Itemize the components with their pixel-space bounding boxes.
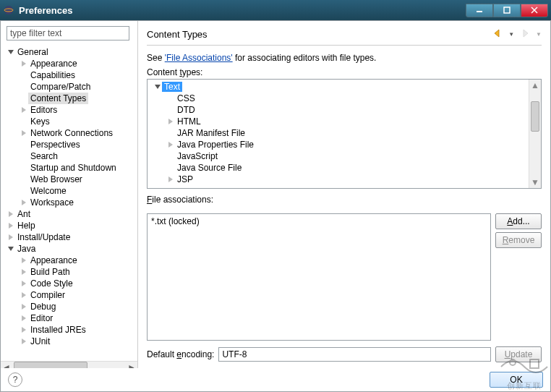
preference-tree-item[interactable]: Startup and Shutdown [7, 162, 136, 174]
content-type-item[interactable]: JavaScript [150, 150, 539, 162]
preference-tree-item-label: Startup and Shutdown [28, 162, 119, 174]
preference-tree-item[interactable]: Perspectives [7, 139, 136, 150]
collapse-icon[interactable] [7, 48, 15, 56]
preference-tree-item[interactable]: Ant [7, 208, 136, 220]
scroll-right-icon[interactable]: ► [126, 362, 137, 368]
preference-tree-item[interactable]: Install/Update [7, 231, 136, 243]
preference-tree-item[interactable]: Capabilities [7, 69, 136, 81]
content-types-tree[interactable]: TextCSSDTDHTMLJAR Manifest FileJava Prop… [147, 79, 542, 189]
expand-icon[interactable] [20, 291, 28, 299]
expand-icon[interactable] [20, 314, 28, 323]
content-type-item[interactable]: JSP [150, 174, 539, 185]
forward-dropdown-icon[interactable]: ▼ [536, 31, 542, 38]
content-type-item[interactable]: JAR Manifest File [150, 127, 539, 139]
preference-tree-item[interactable]: Code Style [7, 278, 136, 289]
preference-tree-item-label: Search [28, 150, 60, 162]
expand-icon[interactable] [20, 279, 28, 288]
expand-icon[interactable] [20, 129, 28, 137]
expand-icon[interactable] [20, 256, 28, 265]
expand-icon[interactable] [20, 198, 28, 207]
preference-tree-item[interactable]: Editor [7, 312, 136, 324]
forward-icon[interactable] [520, 28, 530, 41]
expand-icon[interactable] [20, 268, 28, 276]
filter-input[interactable] [7, 26, 129, 41]
hint-suffix: for associating editors with file types. [233, 53, 377, 63]
expand-icon[interactable] [20, 302, 28, 311]
content-type-item[interactable]: DTD [150, 104, 539, 116]
preference-tree-item-label: Compare/Patch [28, 81, 93, 93]
expand-icon[interactable] [7, 210, 15, 218]
preference-tree-item[interactable]: Keys [7, 116, 136, 127]
content-type-item[interactable]: CSS [150, 93, 539, 104]
window-buttons [466, 4, 548, 17]
window-close-button[interactable] [521, 4, 548, 17]
preference-tree-item[interactable]: Java [7, 243, 136, 255]
preference-tree-item[interactable]: Compare/Patch [7, 81, 136, 93]
help-icon[interactable]: ? [8, 372, 22, 387]
encoding-input[interactable] [218, 347, 491, 362]
preference-tree-item[interactable]: Build Path [7, 266, 136, 278]
scroll-thumb[interactable] [14, 362, 87, 368]
expand-icon[interactable] [20, 337, 28, 346]
preference-tree-item[interactable]: Network Connections [7, 127, 136, 139]
expand-icon[interactable] [20, 59, 28, 68]
preference-tree-item[interactable]: Welcome [7, 185, 136, 197]
back-icon[interactable] [492, 28, 503, 41]
file-associations-list[interactable]: *.txt (locked) [147, 213, 491, 341]
preference-tree-item[interactable]: Editors [7, 104, 136, 116]
preference-tree-item[interactable]: Web Browser [7, 174, 136, 185]
preference-tree-item-label: Editors [28, 104, 59, 116]
content-type-item-label: Java Properties File [175, 140, 256, 150]
file-association-item[interactable]: *.txt (locked) [151, 216, 487, 226]
expand-icon[interactable] [7, 221, 15, 230]
content-type-item[interactable]: Text [150, 81, 539, 93]
collapse-icon[interactable] [153, 82, 162, 91]
preference-tree-item-label: Build Path [28, 266, 72, 278]
collapse-icon[interactable] [7, 244, 15, 253]
horizontal-scrollbar[interactable]: ◄ ► [1, 361, 137, 368]
expand-icon[interactable] [20, 325, 28, 334]
preference-tree-item[interactable]: Search [7, 150, 136, 162]
titlebar: Preferences [0, 0, 551, 20]
preference-tree-container: GeneralAppearanceCapabilitiesCompare/Pat… [1, 43, 137, 368]
preference-tree-item-label: Appearance [28, 58, 80, 69]
add-button[interactable]: Add... [495, 213, 542, 229]
preference-tree-item[interactable]: Workspace [7, 197, 136, 208]
ok-button[interactable]: OK [490, 372, 543, 388]
expand-icon[interactable] [7, 233, 15, 242]
vertical-scrollbar[interactable]: ▲ ▼ [529, 80, 541, 188]
content-type-item[interactable]: HTML [150, 116, 539, 127]
scroll-up-icon[interactable]: ▲ [529, 80, 541, 91]
scroll-down-icon[interactable]: ▼ [529, 176, 541, 188]
preference-tree-item[interactable]: Help [7, 220, 136, 231]
svg-point-0 [4, 6, 13, 14]
hint-text: See 'File Associations' for associating … [147, 45, 542, 63]
content-type-item-label: HTML [175, 116, 203, 127]
expand-icon[interactable] [166, 140, 175, 149]
window-maximize-button[interactable] [493, 4, 521, 17]
preference-tree-item[interactable]: Debug [7, 301, 136, 312]
content-type-item[interactable]: Java Source File [150, 162, 539, 174]
preference-tree-item[interactable]: JUnit [7, 336, 136, 347]
preference-tree-item[interactable]: Appearance [7, 255, 136, 266]
scroll-left-icon[interactable]: ◄ [1, 362, 12, 368]
window-minimize-button[interactable] [466, 4, 493, 17]
file-associations-link[interactable]: 'File Associations' [165, 53, 233, 63]
scroll-thumb[interactable] [531, 101, 539, 132]
preference-tree-item-label: Perspectives [28, 139, 82, 150]
preference-tree-item[interactable]: Appearance [7, 58, 136, 69]
preference-tree-item[interactable]: Installed JREs [7, 324, 136, 336]
preference-tree-item[interactable]: General [7, 46, 136, 58]
back-dropdown-icon[interactable]: ▼ [508, 31, 514, 38]
preference-tree-item[interactable]: Content Types [7, 93, 136, 104]
preference-tree-item[interactable]: Compiler [7, 289, 136, 301]
window-title: Preferences [19, 5, 466, 16]
expand-icon[interactable] [166, 175, 175, 184]
page-title: Content Types [147, 29, 492, 40]
preference-tree[interactable]: GeneralAppearanceCapabilitiesCompare/Pat… [1, 43, 137, 361]
expand-icon[interactable] [166, 117, 175, 126]
preference-tree-item-label: Capabilities [28, 69, 77, 81]
expand-icon[interactable] [20, 106, 28, 114]
content-type-item[interactable]: Java Properties File [150, 139, 539, 150]
file-associations-label: File associations: [147, 195, 542, 205]
